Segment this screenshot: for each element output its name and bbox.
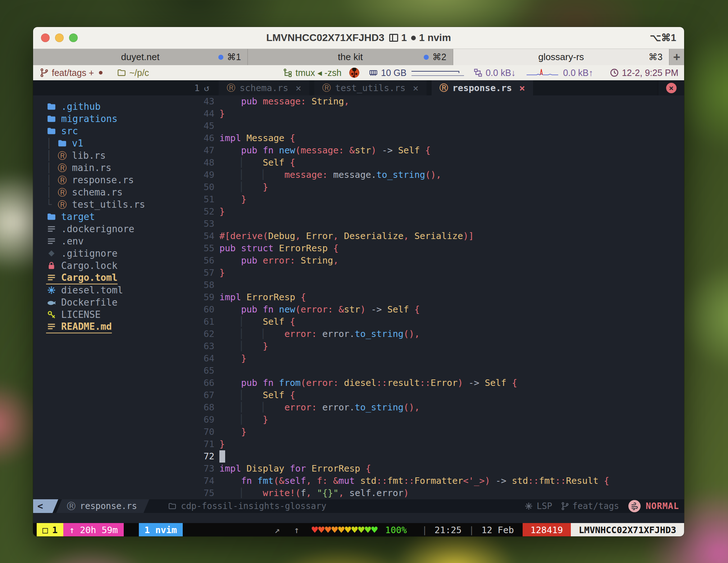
bufferline-tree-offset [33, 80, 191, 95]
tree-item--env[interactable]: .env [33, 235, 191, 247]
close-all-icon[interactable]: × [666, 83, 677, 93]
folder-icon [46, 211, 57, 222]
code-line-68: 68 ▏ ▏ error: error.to_string(), [191, 401, 684, 414]
tree-item-v1[interactable]: │v1 [33, 137, 191, 149]
tree-item-content: migrations [46, 113, 118, 124]
tree-item-main-rs[interactable]: │Ⓡmain.rs [33, 162, 191, 174]
close-buffer-icon[interactable]: × [296, 82, 301, 94]
tree-item--github[interactable]: .github [33, 100, 191, 113]
tree-item-README-md[interactable]: README.md [33, 321, 191, 333]
terminal-content: 1 ↺ Ⓡschema.rs×Ⓡtest_utils.rs×Ⓡresponse.… [33, 80, 684, 536]
terminal-tab-duyet-net[interactable]: duyet.net⌘1 [33, 49, 248, 65]
code-text: ▏ Self { [219, 316, 295, 328]
key-icon [46, 309, 57, 320]
separator: | [469, 525, 474, 535]
tree-item-Cargo-lock[interactable]: Cargo.lock [33, 260, 191, 272]
network-down-label: 0.0 kB↓ [486, 68, 515, 78]
code-text: impl Display for ErrorResp { [219, 463, 371, 475]
statusline-branch: feat/tags [561, 501, 619, 511]
tree-item-response-rs[interactable]: │Ⓡresponse.rs [33, 174, 191, 186]
code-line-74: 74 fn fmt(&self, f: &mut std::fmt::Forma… [191, 475, 684, 487]
terminal-tab-the-kit[interactable]: the kit⌘2 [248, 49, 453, 65]
rust-file-icon: Ⓡ [322, 82, 331, 94]
buffer-count-label: 1 [194, 83, 200, 93]
tmux-session-segment[interactable]: 1 nvim [139, 523, 183, 536]
tree-item-diesel-toml[interactable]: diesel.toml [33, 284, 191, 296]
code-text: } [219, 267, 225, 279]
code-line-60: 60 pub fn new(error: &str) -> Self { [191, 303, 684, 316]
tmux-window-segment[interactable]: □ 1 [37, 523, 63, 536]
close-buffer-icon[interactable]: × [519, 82, 525, 94]
statusline-branch-icon [561, 502, 569, 510]
tree-indent-guide: │ [46, 187, 57, 198]
code-line-63: 63 ▏ } [191, 340, 684, 352]
rust-icon: Ⓡ [57, 187, 68, 198]
folder-icon [46, 101, 57, 112]
ladybug-icon [349, 68, 359, 78]
tmux-status-bar: □ 1 ↑ 20h 59m 1 nvim ↗ ↑ ♥♥♥♥♥♥♥♥♥♥ 100%… [33, 523, 684, 536]
terminal-tab-glossary-rs[interactable]: glossary-rs⌘3 [453, 49, 669, 65]
close-window-button[interactable] [41, 33, 50, 42]
minimize-window-button[interactable] [55, 33, 64, 42]
tree-item-test_utils-rs[interactable]: └Ⓡtest_utils.rs [33, 198, 191, 211]
zoom-window-button[interactable] [69, 33, 78, 42]
window-title-session: 1 nvim [419, 32, 451, 44]
code-line-52: 52} [191, 206, 684, 218]
line-number: 47 [191, 144, 214, 157]
tree-item-Dockerfile[interactable]: Dockerfile [33, 296, 191, 308]
new-tab-button[interactable]: + [669, 49, 684, 65]
tree-item-Cargo-toml[interactable]: Cargo.toml [33, 272, 191, 284]
memory-icon [369, 68, 378, 77]
code-line-47: 47 pub fn new(message: &str) -> Self { [191, 144, 684, 157]
tree-item--gitignore[interactable]: .gitignore [33, 247, 191, 260]
code-line-56: 56 pub error: String, [191, 255, 684, 267]
wind-icon [628, 500, 641, 512]
code-text: pub error: String, [219, 255, 338, 267]
code-text: pub fn new(error: &str) -> Self { [219, 303, 420, 316]
buffer-tab-response-rs[interactable]: Ⓡresponse.rs× [432, 80, 533, 95]
close-buffer-icon[interactable]: × [413, 82, 419, 94]
tree-item-src[interactable]: src [33, 125, 191, 137]
code-line-45: 45 [191, 120, 684, 132]
code-line-57: 57} [191, 267, 684, 279]
tmux-uptime-segment: ↑ 20h 59m [63, 523, 123, 536]
tree-item-content: Ⓡlib.rs [57, 150, 106, 161]
tree-indent-guide: │ [46, 150, 57, 161]
code-line-70: 70 } [191, 426, 684, 438]
gear-icon [524, 502, 533, 510]
tree-item-target[interactable]: target [33, 211, 191, 223]
code-text: impl ErrorResp { [219, 291, 306, 303]
statusline-file-segment: Ⓡ response.rs [56, 499, 149, 513]
network-up-component: 0.0 kB↑ [563, 68, 593, 78]
heart-icon: ♥ [371, 524, 378, 536]
memory-component: 10 GB [369, 68, 406, 78]
tree-item-schema-rs[interactable]: │Ⓡschema.rs [33, 186, 191, 198]
code-text: ▏ ▏ error: error.to_string(), [219, 401, 420, 414]
folder-icon [46, 126, 57, 136]
tree-item-migrations[interactable]: migrations [33, 113, 191, 125]
line-number: 71 [191, 438, 214, 450]
tree-item-label: .gitignore [61, 248, 118, 259]
heart-icon: ♥ [358, 524, 364, 536]
code-line-46: 46impl Message { [191, 132, 684, 144]
buffer-tab-test_utils-rs[interactable]: Ⓡtest_utils.rs× [314, 80, 427, 95]
code-line-66: 66 pub fn from(error: diesel::result::Er… [191, 377, 684, 389]
code-line-64: 64 } [191, 352, 684, 365]
list-icon [46, 236, 57, 247]
statusline-lsp: LSP [524, 501, 552, 511]
code-text: } [219, 426, 246, 438]
buffer-count: 1 ↺ [191, 80, 219, 95]
buffer-tab-label: test_utils.rs [335, 83, 406, 93]
tree-item--dockerignore[interactable]: .dockerignore [33, 223, 191, 235]
line-number: 74 [191, 475, 214, 487]
clock-component: 12-2, 9:25 PM [610, 68, 678, 78]
code-editor[interactable]: 43 pub message: String,44}4546impl Messa… [191, 95, 684, 499]
line-number: 54 [191, 230, 214, 242]
buffer-tab-schema-rs[interactable]: Ⓡschema.rs× [219, 80, 309, 95]
split-panes-icon [389, 34, 398, 42]
tree-item-LICENSE[interactable]: LICENSE [33, 308, 191, 321]
line-number: 44 [191, 108, 214, 120]
code-text: impl Message { [219, 132, 295, 144]
buffer-tab-label: schema.rs [240, 83, 288, 93]
tree-item-lib-rs[interactable]: │Ⓡlib.rs [33, 149, 191, 162]
